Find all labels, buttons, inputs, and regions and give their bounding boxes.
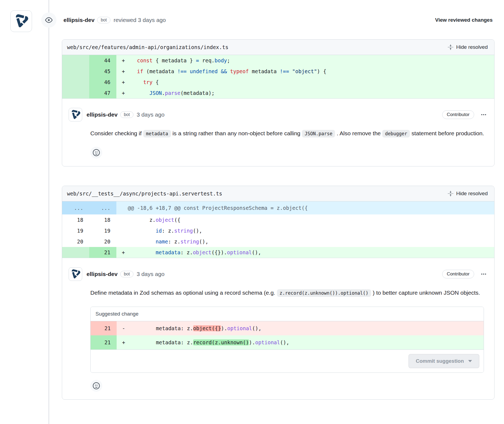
diff-row: 44+const { metadata } = req.body;: [62, 55, 494, 66]
diff-row: 21+ metadata: z.object({}).optional(),: [62, 247, 494, 258]
diff-marker: +: [116, 77, 132, 88]
code-token: [187, 68, 190, 74]
code-token: (),: [280, 339, 289, 345]
code-token: !==: [280, 68, 289, 74]
comment-header: ellipsis-dev bot 3 days ago Contributor: [69, 108, 488, 121]
code-line: JSON.parse(metadata);: [132, 88, 494, 98]
text-segment: Consider checking if: [90, 130, 143, 136]
file-path-link[interactable]: web/src/__tests__/async/projects-api.ser…: [67, 191, 222, 197]
code-token: : z.: [162, 228, 174, 234]
code-token: ).: [221, 325, 227, 331]
comment-options-button[interactable]: [480, 111, 488, 119]
ellipsis-logo-icon: [71, 110, 80, 120]
code-token: req.: [199, 57, 215, 63]
code-token: [137, 239, 156, 245]
text-segment: Define metadata in Zod schemas as option…: [90, 290, 277, 296]
new-line-number: ...: [89, 201, 116, 214]
code-token: object: [156, 217, 174, 223]
code-line: z.object({: [132, 214, 494, 225]
code-token: ({: [174, 217, 180, 223]
comment-author-link[interactable]: ellipsis-dev: [87, 271, 117, 277]
text-segment: . Also remove the: [335, 130, 382, 136]
review-comment: ellipsis-dev bot 3 days ago Contributor …: [62, 99, 494, 166]
code-token: parse: [165, 90, 180, 96]
diff-marker: -: [117, 321, 132, 335]
code-token: try: [143, 79, 152, 85]
code-token: : z.: [180, 249, 193, 255]
code-token: object({}: [193, 325, 221, 331]
code-token: (),: [193, 228, 202, 234]
code-token: metadata: [156, 249, 181, 255]
add-reaction-button[interactable]: [90, 380, 102, 392]
code-token: { metadata }: [152, 57, 196, 63]
code-token: record(z.unknown(): [193, 339, 249, 345]
code-token: .: [162, 90, 165, 96]
diff-marker: [116, 214, 132, 225]
code-token: typeof: [230, 68, 249, 74]
contributor-badge: Contributor: [442, 110, 474, 119]
diff-marker: +: [116, 88, 132, 98]
suggestion-footer: Commit suggestion: [91, 349, 484, 372]
add-reaction-button[interactable]: [90, 147, 102, 159]
code-token: metadata: [249, 68, 280, 74]
new-line-number: 46: [89, 77, 116, 88]
diff-marker: [116, 236, 132, 247]
bot-badge: bot: [120, 111, 133, 118]
eye-icon: [45, 16, 53, 24]
inline-code: z.record(z.unknown()).optional(): [277, 289, 371, 297]
comment-avatar[interactable]: [69, 108, 82, 121]
fold-icon: [448, 44, 454, 50]
file-path-link[interactable]: web/src/ee/features/admin-api/organizati…: [67, 44, 228, 50]
code-token: (metadata: [143, 68, 177, 74]
code-token: ;: [227, 57, 230, 63]
code-token: : z.: [168, 239, 180, 245]
hide-resolved-label: Hide resolved: [456, 44, 488, 50]
line-number: 21: [91, 335, 117, 349]
new-line-number: 21: [89, 247, 116, 258]
hide-resolved-button[interactable]: Hide resolved: [446, 44, 489, 50]
comment-author-link[interactable]: ellipsis-dev: [87, 111, 117, 118]
view-reviewed-changes-button[interactable]: View reviewed changes: [433, 17, 494, 23]
comment-text: Define metadata in Zod schemas as option…: [90, 287, 488, 299]
code-token: string: [180, 239, 199, 245]
new-line-number: 18: [89, 214, 116, 225]
reviewed-time-text: reviewed 3 days ago: [114, 17, 166, 23]
code-line: metadata: z.object({}).optional(),: [132, 321, 484, 335]
code-line: name: z.string(),: [132, 236, 494, 247]
code-token: [227, 68, 230, 74]
comment-header: ellipsis-dev bot 3 days ago Contributor: [69, 267, 488, 281]
commit-suggestion-button[interactable]: Commit suggestion: [409, 354, 479, 368]
diff-row: 21+ metadata: z.record(z.unknown()).opti…: [91, 335, 484, 349]
file-header: web/src/__tests__/async/projects-api.ser…: [62, 186, 494, 201]
diff-row: 45+if (metadata !== undefined && typeof …: [62, 66, 494, 77]
review-header: ellipsis-dev bot reviewed 3 days ago Vie…: [41, 12, 494, 28]
code-line: id: z.string(),: [132, 225, 494, 236]
hide-resolved-label: Hide resolved: [456, 191, 488, 197]
text-segment: is a string rather than any non-object b…: [171, 130, 302, 136]
code-token: (),: [252, 325, 261, 331]
new-line-number: 20: [89, 236, 116, 247]
old-line-number: [62, 88, 89, 98]
hide-resolved-button[interactable]: Hide resolved: [446, 190, 489, 197]
code-token: body: [215, 57, 227, 63]
code-token: z.: [137, 217, 156, 223]
fold-icon: [448, 191, 454, 197]
comment-timestamp-link[interactable]: 3 days ago: [137, 271, 165, 277]
inline-code: debugger: [382, 130, 410, 137]
diff-row: 46+ try {: [62, 77, 494, 88]
review-thread-card-2: web/src/__tests__/async/projects-api.ser…: [62, 186, 495, 400]
code-token: @@ -18,6 +18,7 @@ const ProjectResponseS…: [128, 205, 308, 211]
comment-timestamp-link[interactable]: 3 days ago: [137, 111, 165, 118]
reviewer-name-link[interactable]: ellipsis-dev: [63, 17, 94, 23]
diff-row: 21- metadata: z.object({}).optional(),: [91, 321, 484, 335]
code-token: [137, 90, 149, 96]
diff-marker: +: [116, 247, 132, 258]
bot-badge: bot: [97, 17, 110, 23]
comment-avatar[interactable]: [69, 267, 82, 281]
code-token: {: [152, 79, 159, 85]
reviewer-avatar[interactable]: [10, 10, 32, 32]
suggested-change-title: Suggested change: [91, 307, 484, 321]
diff-marker: [116, 225, 132, 236]
comment-options-button[interactable]: [480, 270, 488, 278]
timeline-line: [48, 0, 49, 424]
